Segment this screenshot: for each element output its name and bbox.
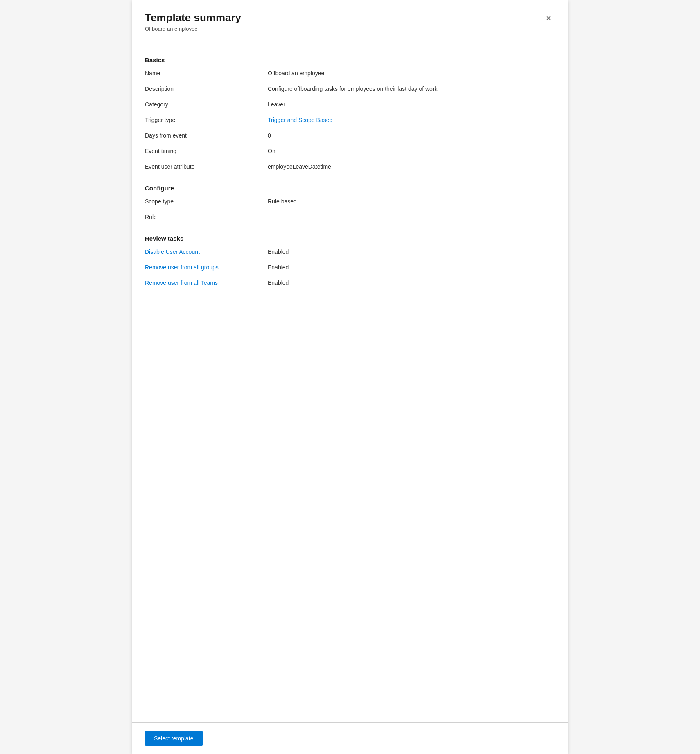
panel-subtitle: Offboard an employee <box>145 26 241 32</box>
panel-title: Template summary <box>145 11 241 24</box>
panel-content: Basics Name Offboard an employee Descrip… <box>132 37 568 722</box>
field-label-days-from-event: Days from event <box>145 132 268 139</box>
field-label-description: Description <box>145 86 268 92</box>
field-row-rule: Rule <box>145 214 555 223</box>
field-row-category: Category Leaver <box>145 101 555 111</box>
field-label-remove-from-groups: Remove user from all groups <box>145 264 268 271</box>
header-text: Template summary Offboard an employee <box>145 11 241 32</box>
field-label-category: Category <box>145 101 268 108</box>
close-button[interactable]: × <box>542 11 555 25</box>
field-label-event-user-attribute: Event user attribute <box>145 163 268 170</box>
field-label-name: Name <box>145 70 268 77</box>
field-value-category: Leaver <box>268 101 285 108</box>
field-value-event-timing: On <box>268 148 275 154</box>
field-value-scope-type: Rule based <box>268 198 297 205</box>
field-row-days-from-event: Days from event 0 <box>145 132 555 142</box>
configure-section-heading: Configure <box>145 185 555 192</box>
field-row-event-timing: Event timing On <box>145 148 555 158</box>
field-row-remove-from-groups: Remove user from all groups Enabled <box>145 264 555 274</box>
remove-from-groups-link[interactable]: Remove user from all groups <box>145 264 219 271</box>
field-row-name: Name Offboard an employee <box>145 70 555 80</box>
field-row-trigger-type: Trigger type Trigger and Scope Based <box>145 117 555 126</box>
template-summary-panel: Template summary Offboard an employee × … <box>132 0 568 754</box>
remove-from-teams-link[interactable]: Remove user from all Teams <box>145 280 218 286</box>
field-value-name: Offboard an employee <box>268 70 324 77</box>
field-label-scope-type: Scope type <box>145 198 268 205</box>
field-value-disable-user-account: Enabled <box>268 248 289 255</box>
panel-header: Template summary Offboard an employee × <box>132 0 568 37</box>
field-label-rule: Rule <box>145 214 268 220</box>
field-label-trigger-type: Trigger type <box>145 117 268 123</box>
field-row-remove-from-teams: Remove user from all Teams Enabled <box>145 280 555 289</box>
close-icon: × <box>546 14 551 23</box>
field-row-scope-type: Scope type Rule based <box>145 198 555 208</box>
basics-section-heading: Basics <box>145 56 555 63</box>
field-value-remove-from-groups: Enabled <box>268 264 289 271</box>
field-value-description: Configure offboarding tasks for employee… <box>268 86 438 92</box>
field-value-trigger-type: Trigger and Scope Based <box>268 117 332 123</box>
field-label-event-timing: Event timing <box>145 148 268 154</box>
select-template-button[interactable]: Select template <box>145 731 203 746</box>
field-row-description: Description Configure offboarding tasks … <box>145 86 555 95</box>
disable-user-account-link[interactable]: Disable User Account <box>145 248 200 255</box>
field-row-event-user-attribute: Event user attribute employeeLeaveDateti… <box>145 163 555 173</box>
review-tasks-section-heading: Review tasks <box>145 235 555 242</box>
field-value-event-user-attribute: employeeLeaveDatetime <box>268 163 331 170</box>
panel-footer: Select template <box>132 722 568 754</box>
field-label-remove-from-teams: Remove user from all Teams <box>145 280 268 286</box>
field-row-disable-user-account: Disable User Account Enabled <box>145 248 555 258</box>
field-label-disable-user-account: Disable User Account <box>145 248 268 255</box>
field-value-days-from-event: 0 <box>268 132 271 139</box>
field-value-remove-from-teams: Enabled <box>268 280 289 286</box>
